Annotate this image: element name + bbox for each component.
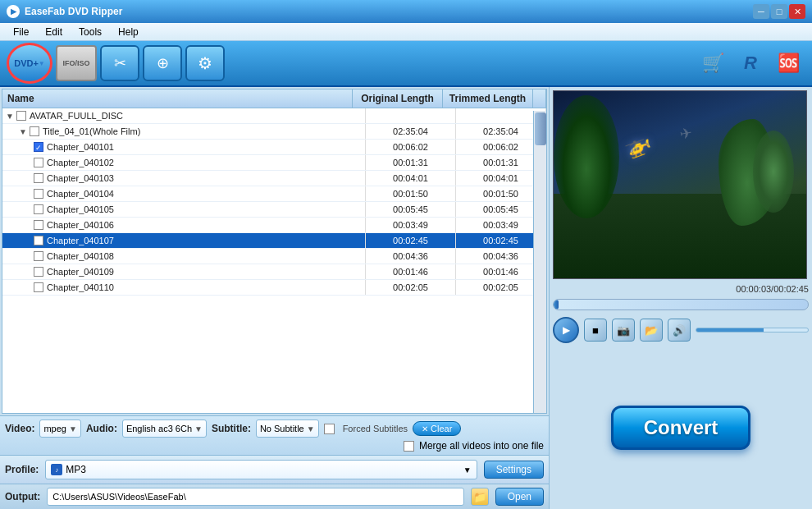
menu-tools[interactable]: Tools: [71, 25, 110, 39]
chapter-checkbox-7[interactable]: [34, 251, 43, 261]
mp3-icon: ♪: [51, 464, 62, 475]
chapter-name-1: Chapter_040102: [2, 155, 366, 170]
col-trim: Trimmed Length: [443, 89, 533, 108]
output-path-input[interactable]: C:\Users\ASUS\Videos\EaseFab\: [47, 488, 463, 506]
left-panel: Name Original Length Trimmed Length ▼ AV…: [0, 87, 550, 509]
audio-select[interactable]: English ac3 6Ch ▼: [122, 420, 207, 438]
settings-button[interactable]: Settings: [484, 461, 544, 479]
chapter-label-8: Chapter_040109: [47, 267, 114, 277]
chapter-orig-3: 00:01:50: [366, 186, 456, 201]
cut-button[interactable]: ✂: [100, 45, 139, 81]
clear-button[interactable]: Clear: [413, 421, 461, 436]
tree-row-chapter-2[interactable]: Chapter_04010300:04:0100:04:01: [2, 171, 546, 186]
tree-row-chapter-6[interactable]: Chapter_04010700:02:4500:02:45: [2, 233, 546, 249]
app-icon: ▶: [7, 5, 20, 18]
volume-button[interactable]: 🔊: [668, 319, 691, 342]
chapter-checkbox-0[interactable]: [34, 142, 43, 152]
load-ifo-button[interactable]: IFO/ISO: [56, 45, 97, 81]
tree-row-chapter-0[interactable]: Chapter_04010100:06:0200:06:02: [2, 140, 546, 155]
folder-open-icon: 📂: [645, 324, 658, 337]
chapter-label-0: Chapter_040101: [47, 142, 114, 152]
audio-label: Audio:: [86, 423, 117, 434]
settings-toolbar-button[interactable]: ⚙: [185, 45, 225, 81]
tree-row-chapter-7[interactable]: Chapter_04010800:04:3600:04:36: [2, 249, 546, 264]
expand-root-icon: ▼: [6, 112, 14, 121]
chapter-checkbox-8[interactable]: [34, 267, 43, 277]
load-dvd-button[interactable]: DVD+ ▼: [7, 43, 52, 84]
chapter-orig-7: 00:04:36: [366, 249, 456, 264]
profile-select[interactable]: ♪ MP3 ▼: [45, 460, 477, 479]
shop-button[interactable]: 🛒: [696, 46, 730, 80]
merge-button[interactable]: ⊕: [143, 45, 182, 81]
scrollbar-thumb[interactable]: [535, 112, 546, 145]
chapter-name-2: Chapter_040103: [2, 171, 366, 186]
title-checkbox[interactable]: [30, 126, 39, 136]
chapter-checkbox-4[interactable]: [34, 204, 43, 214]
video-label: Video:: [5, 423, 34, 434]
screenshot-button[interactable]: 📷: [612, 319, 635, 342]
close-button[interactable]: ✕: [789, 4, 805, 19]
subtitle-select[interactable]: No Subtitle ▼: [256, 420, 319, 438]
maximize-button[interactable]: □: [771, 4, 787, 19]
video-select[interactable]: mpeg ▼: [39, 420, 80, 438]
register-button[interactable]: R: [733, 46, 768, 80]
chapter-name-7: Chapter_040108: [2, 249, 366, 264]
chapter-checkbox-6[interactable]: [34, 236, 43, 245]
chapter-name-3: Chapter_040104: [2, 186, 366, 201]
scissors-icon: ✂: [114, 54, 126, 72]
camera-icon: 📷: [617, 324, 630, 337]
chapter-label-3: Chapter_040104: [47, 189, 114, 199]
menu-edit[interactable]: Edit: [37, 25, 71, 39]
seek-fill: [554, 300, 559, 310]
chapter-orig-0: 00:06:02: [366, 140, 456, 154]
chapter-checkbox-2[interactable]: [34, 173, 43, 183]
seek-bar[interactable]: [553, 299, 809, 310]
chapter-label-5: Chapter_040106: [47, 220, 114, 230]
root-checkbox[interactable]: [16, 111, 26, 121]
chapter-name-6: Chapter_040107: [2, 233, 366, 248]
menu-help[interactable]: Help: [110, 25, 147, 39]
expand-title-icon: ▼: [19, 127, 27, 136]
chapter-label-2: Chapter_040103: [47, 173, 114, 183]
chapter-name-0: Chapter_040101: [2, 140, 366, 154]
tree-row-root[interactable]: ▼ AVATAR_FUULL_DISC: [2, 108, 546, 124]
open-media-button[interactable]: 📂: [640, 319, 663, 342]
chapter-label-6: Chapter_040107: [47, 236, 114, 245]
app-title: EaseFab DVD Ripper: [25, 6, 753, 17]
right-panel: 🚁 ✈ 00:00:03/00:02:45 ▶ ■ 📷 📂: [550, 87, 812, 509]
tree-row-chapter-8[interactable]: Chapter_04010900:01:4600:01:46: [2, 264, 546, 280]
chapter-checkbox-5[interactable]: [34, 220, 43, 230]
col-orig: Original Length: [353, 89, 443, 108]
scrollbar-track[interactable]: [533, 111, 546, 413]
profile-row: Profile: ♪ MP3 ▼ Settings: [0, 455, 549, 484]
tree-row-title[interactable]: ▼ Title_04_01(Whole Film) 02:35:04 02:35…: [2, 124, 546, 140]
tree-row-chapter-3[interactable]: Chapter_04010400:01:5000:01:50: [2, 186, 546, 202]
minimize-button[interactable]: ─: [753, 4, 769, 19]
chapter-checkbox-1[interactable]: [34, 158, 43, 167]
convert-button[interactable]: Convert: [611, 406, 750, 450]
video-arrow-icon: ▼: [69, 424, 77, 433]
main-area: Name Original Length Trimmed Length ▼ AV…: [0, 87, 812, 509]
chapter-name-8: Chapter_040109: [2, 264, 366, 279]
tree-row-chapter-4[interactable]: Chapter_04010500:05:4500:05:45: [2, 202, 546, 218]
file-tree-body[interactable]: ▼ AVATAR_FUULL_DISC ▼ Title_04_01(Whole …: [2, 108, 546, 410]
merge-checkbox[interactable]: [404, 441, 414, 452]
forced-subtitle-checkbox[interactable]: [324, 424, 335, 434]
tree-row-chapter-9[interactable]: Chapter_04011000:02:0500:02:05: [2, 280, 546, 296]
browse-folder-button[interactable]: 📁: [471, 488, 489, 506]
stop-button[interactable]: ■: [584, 319, 607, 342]
bottom-controls: Video: mpeg ▼ Audio: English ac3 6Ch ▼ S…: [0, 415, 549, 455]
tree-row-chapter-5[interactable]: Chapter_04010600:03:4900:03:49: [2, 218, 546, 233]
open-button[interactable]: Open: [495, 488, 544, 506]
subtitle-label: Subtitle:: [212, 423, 251, 434]
help-toolbar-button[interactable]: 🆘: [771, 46, 805, 80]
play-button[interactable]: ▶: [553, 317, 579, 343]
subtitle-arrow-icon: ▼: [307, 424, 315, 433]
chapter-checkbox-3[interactable]: [34, 189, 43, 199]
volume-slider[interactable]: [696, 328, 809, 332]
tree-row-chapter-1[interactable]: Chapter_04010200:01:3100:01:31: [2, 155, 546, 171]
chapter-checkbox-9[interactable]: [34, 282, 43, 292]
menu-file[interactable]: File: [5, 25, 37, 39]
title-name: ▼ Title_04_01(Whole Film): [2, 124, 366, 139]
cart-icon: 🛒: [702, 53, 724, 74]
